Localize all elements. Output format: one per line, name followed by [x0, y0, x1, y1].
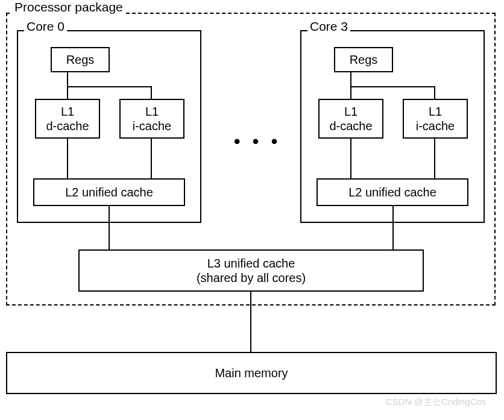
- core0-l2-to-l3: [109, 206, 110, 249]
- core0-l2-label: L2 unified cache: [65, 185, 153, 199]
- l3-line1: L3 unified cache: [207, 256, 295, 271]
- main-memory-box: Main memory: [6, 352, 497, 394]
- core3-regs-to-split: [350, 72, 351, 99]
- core3-l1d-to-l2: [350, 139, 351, 178]
- core3-regs-label: Regs: [350, 52, 378, 67]
- core-3-label: Core 3: [307, 19, 350, 34]
- core3-l2-label: L2 unified cache: [348, 185, 436, 199]
- core3-l1d-line2: d-cache: [329, 119, 372, 133]
- core0-regs-box: Regs: [51, 47, 110, 72]
- l3-cache-box: L3 unified cache (shared by all cores): [78, 249, 424, 292]
- core3-l1-icache-box: L1 i-cache: [403, 99, 468, 139]
- core0-l1i-to-l2: [151, 139, 152, 178]
- core0-l1i-line2: i-cache: [133, 119, 171, 133]
- core3-l1i-line1: L1: [429, 104, 442, 119]
- main-memory-label: Main memory: [215, 366, 288, 380]
- core0-split-to-icache: [151, 86, 152, 99]
- core0-l1d-line2: d-cache: [46, 119, 89, 133]
- core3-split-to-icache: [434, 86, 435, 99]
- core3-h-split: [350, 86, 435, 87]
- core0-l1d-line1: L1: [61, 104, 74, 119]
- core3-l1-dcache-box: L1 d-cache: [318, 99, 383, 139]
- core0-l1-icache-box: L1 i-cache: [119, 99, 184, 139]
- core0-l1i-line1: L1: [145, 104, 159, 119]
- core0-h-split: [67, 86, 151, 87]
- l3-to-memory: [250, 292, 251, 352]
- diagram-canvas: Processor package Core 0 Regs L1 d-cache…: [0, 0, 504, 420]
- core-0-label: Core 0: [24, 19, 67, 34]
- core3-l1d-line1: L1: [344, 104, 358, 119]
- processor-package-label: Processor package: [12, 0, 125, 14]
- core0-regs-to-split: [67, 72, 68, 99]
- core3-l1i-line2: i-cache: [416, 119, 455, 133]
- core0-l1-dcache-box: L1 d-cache: [35, 99, 100, 139]
- core3-regs-box: Regs: [334, 47, 393, 72]
- watermark-text: CSDN @主公CodingCos: [386, 396, 486, 408]
- core0-l1d-to-l2: [67, 139, 68, 178]
- core0-l2-box: L2 unified cache: [33, 178, 185, 206]
- core3-l2-box: L2 unified cache: [317, 178, 468, 206]
- ellipsis-icon: • • •: [234, 131, 281, 152]
- l3-line2: (shared by all cores): [197, 271, 306, 285]
- core3-l2-to-l3: [392, 206, 394, 249]
- core3-l1i-to-l2: [434, 139, 435, 178]
- core0-regs-label: Regs: [66, 52, 95, 67]
